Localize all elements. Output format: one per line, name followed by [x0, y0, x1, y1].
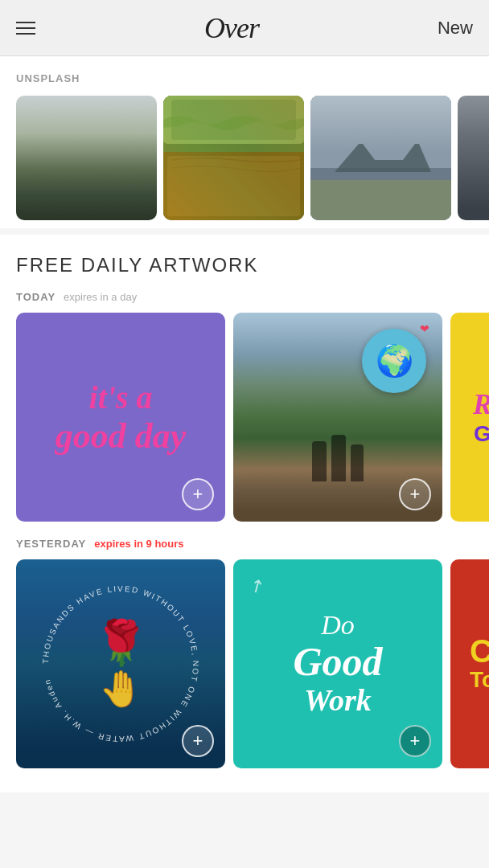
free-daily-artwork-section: FREE DAILY ARTWORK TODAY expires in a da…	[0, 235, 489, 792]
circular-text-container: THOUSANDS HAVE LIVED WITHOUT LOVE, NOT O…	[32, 575, 209, 752]
unsplash-image-forest[interactable]	[16, 96, 157, 220]
do-good-add-button[interactable]: +	[399, 725, 431, 757]
artwork-card-water[interactable]: THOUSANDS HAVE LIVED WITHOUT LOVE, NOT O…	[16, 559, 225, 768]
svg-rect-2	[163, 96, 304, 144]
do-good-work-text: Do Good Work	[285, 602, 390, 726]
svg-rect-4	[163, 152, 304, 220]
nature-add-button[interactable]: +	[399, 478, 431, 510]
globe-face-emoji: 🌍	[376, 346, 413, 376]
globe-heart-icon: ❤	[420, 322, 429, 335]
artwork-card-do-good[interactable]: Do Good Work ↗ +	[233, 559, 442, 768]
yesterday-label-row: YESTERDAY expires in 9 hours	[0, 538, 489, 559]
red-card-text: C To	[470, 635, 489, 693]
artwork-card-red[interactable]: C To	[450, 559, 489, 768]
svg-text:Over: Over	[204, 12, 261, 43]
artwork-section-title: FREE DAILY ARTWORK	[0, 254, 489, 291]
yesterday-artwork-row[interactable]: THOUSANDS HAVE LIVED WITHOUT LOVE, NOT O…	[0, 559, 489, 784]
svg-rect-5	[167, 156, 300, 216]
svg-rect-8	[310, 96, 451, 152]
svg-rect-1	[163, 96, 304, 220]
water-add-button[interactable]: +	[182, 725, 214, 757]
svg-rect-10	[310, 180, 451, 220]
globe-sticker: 🌍 ❤	[362, 329, 426, 393]
unsplash-image-rocky[interactable]	[458, 96, 489, 220]
hamburger-menu-button[interactable]	[16, 22, 35, 35]
app-header: Over New	[0, 0, 489, 56]
today-artwork-row[interactable]: it's a good day + 🌍 ❤ + R	[0, 313, 489, 538]
good-day-add-button[interactable]: +	[182, 478, 214, 510]
artwork-card-good-day[interactable]: it's a good day +	[16, 313, 225, 522]
unsplash-scroll-row[interactable]	[0, 96, 489, 220]
unsplash-image-boat[interactable]	[310, 96, 451, 220]
yellow-card-text: R G	[473, 387, 489, 447]
svg-rect-3	[171, 100, 296, 140]
good-day-text: it's a good day	[47, 371, 195, 464]
yesterday-label: YESTERDAY	[16, 538, 86, 550]
unsplash-section: UNSPLASH	[0, 56, 489, 228]
today-label: TODAY	[16, 291, 55, 303]
unsplash-image-knit[interactable]	[163, 96, 304, 220]
artwork-card-yellow[interactable]: R G	[450, 313, 489, 522]
unsplash-title: UNSPLASH	[0, 72, 489, 96]
today-expires: expires in a day	[64, 291, 137, 303]
new-button[interactable]: New	[438, 18, 473, 39]
app-logo: Over	[196, 7, 277, 49]
today-label-row: TODAY expires in a day	[0, 291, 489, 313]
arrow-decoration: ↗	[245, 573, 269, 599]
artwork-card-nature[interactable]: 🌍 ❤ +	[233, 313, 442, 522]
yesterday-expires: expires in 9 hours	[94, 538, 183, 550]
